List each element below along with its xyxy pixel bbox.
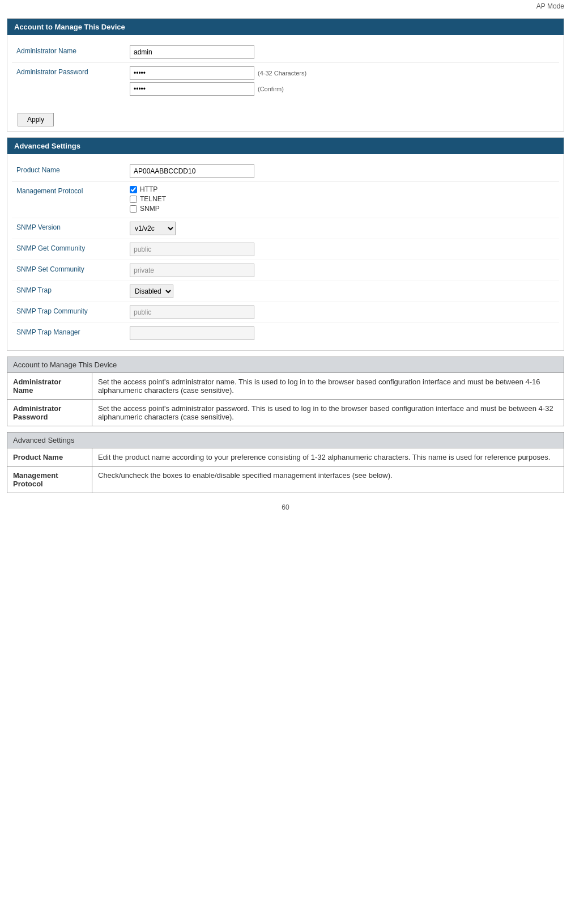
password-confirm-row: (Confirm) <box>130 82 555 96</box>
advanced-desc-table: Advanced Settings Product Name Edit the … <box>7 432 564 493</box>
page-number: 60 <box>282 503 289 511</box>
http-label: HTTP <box>140 185 157 193</box>
snmp-trap-label: SNMP Trap <box>16 285 130 294</box>
admin-password-desc-text: Set the access point's administrator pas… <box>92 400 564 426</box>
admin-name-row: Administrator Name <box>12 42 559 63</box>
apply-button[interactable]: Apply <box>18 113 54 126</box>
http-checkbox[interactable] <box>130 186 137 193</box>
admin-name-desc-row: AdministratorName Set the access point's… <box>7 373 564 400</box>
management-protocol-desc-field: ManagementProtocol <box>7 467 92 493</box>
product-name-input[interactable] <box>130 164 254 178</box>
snmp-trap-row: SNMP Trap Disabled Enabled <box>12 281 559 302</box>
product-name-desc-field: Product Name <box>7 448 92 467</box>
telnet-checkbox[interactable] <box>130 196 137 203</box>
advanced-section: Advanced Settings Product Name Managemen… <box>7 137 564 351</box>
snmp-get-community-row: SNMP Get Community <box>12 239 559 260</box>
admin-password-desc-field: AdministratorPassword <box>7 400 92 426</box>
snmp-version-label: SNMP Version <box>16 222 130 231</box>
snmp-get-community-label: SNMP Get Community <box>16 243 130 252</box>
admin-password-field: (4-32 Characters) (Confirm) <box>130 66 555 98</box>
snmp-trap-community-row: SNMP Trap Community <box>12 302 559 323</box>
admin-name-desc-field: AdministratorName <box>7 373 92 400</box>
snmp-trap-manager-label: SNMP Trap Manager <box>16 327 130 336</box>
account-desc-table: Account to Manage This Device Administra… <box>7 357 564 426</box>
snmp-label: SNMP <box>140 205 160 213</box>
snmp-trap-field: Disabled Enabled <box>130 285 555 298</box>
admin-password-desc-row: AdministratorPassword Set the access poi… <box>7 400 564 426</box>
snmp-trap-select[interactable]: Disabled Enabled <box>130 285 173 298</box>
admin-password-label: Administrator Password <box>16 66 130 76</box>
admin-password-row: Administrator Password (4-32 Characters)… <box>12 63 559 101</box>
snmp-trap-manager-row: SNMP Trap Manager <box>12 323 559 344</box>
snmp-trap-community-field <box>130 306 555 319</box>
password-confirm-hint: (Confirm) <box>258 86 284 92</box>
snmp-trap-community-label: SNMP Trap Community <box>16 306 130 315</box>
advanced-desc-header: Advanced Settings <box>7 433 564 448</box>
password-primary-row: (4-32 Characters) <box>130 66 555 80</box>
admin-name-label: Administrator Name <box>16 45 130 55</box>
product-name-desc-text: Edit the product name according to your … <box>92 448 564 467</box>
admin-name-input[interactable] <box>130 45 254 59</box>
snmp-set-community-row: SNMP Set Community <box>12 260 559 281</box>
page-footer: 60 <box>0 499 571 516</box>
snmp-version-row: SNMP Version v1/v2c v3 v1/v2c/v3 <box>12 218 559 239</box>
http-checkbox-row: HTTP <box>130 185 555 193</box>
snmp-trap-manager-input[interactable] <box>130 327 254 340</box>
snmp-set-community-field <box>130 264 555 277</box>
snmp-version-field: v1/v2c v3 v1/v2c/v3 <box>130 222 555 235</box>
admin-password-input[interactable] <box>130 66 254 80</box>
snmp-set-community-input[interactable] <box>130 264 254 277</box>
admin-name-field <box>130 45 555 59</box>
telnet-label: TELNET <box>140 195 166 203</box>
management-protocol-label: Management Protocol <box>16 185 130 195</box>
snmp-checkbox[interactable] <box>130 205 137 213</box>
product-name-desc-row: Product Name Edit the product name accor… <box>7 448 564 467</box>
account-desc-header: Account to Manage This Device <box>7 357 564 373</box>
advanced-desc-header-row: Advanced Settings <box>7 433 564 448</box>
account-section: Account to Manage This Device Administra… <box>7 18 564 132</box>
account-section-content: Administrator Name Administrator Passwor… <box>7 35 564 108</box>
snmp-checkbox-row: SNMP <box>130 205 555 213</box>
snmp-get-community-field <box>130 243 555 256</box>
product-name-label: Product Name <box>16 164 130 174</box>
management-protocol-desc-row: ManagementProtocol Check/uncheck the box… <box>7 467 564 493</box>
product-name-field <box>130 164 555 178</box>
admin-password-confirm-input[interactable] <box>130 82 254 96</box>
password-hint: (4-32 Characters) <box>258 70 306 77</box>
telnet-checkbox-row: TELNET <box>130 195 555 203</box>
snmp-set-community-label: SNMP Set Community <box>16 264 130 273</box>
product-name-row: Product Name <box>12 161 559 182</box>
advanced-section-content: Product Name Management Protocol HTTP TE… <box>7 154 564 350</box>
page-mode-header: AP Mode <box>0 0 571 12</box>
admin-name-desc-text: Set the access point's administrator nam… <box>92 373 564 400</box>
snmp-get-community-input[interactable] <box>130 243 254 256</box>
management-protocol-desc-text: Check/uncheck the boxes to enable/disabl… <box>92 467 564 493</box>
snmp-trap-manager-field <box>130 327 555 340</box>
ap-mode-label: AP Mode <box>536 2 564 10</box>
management-protocol-row: Management Protocol HTTP TELNET SNMP <box>12 182 559 218</box>
snmp-trap-community-input[interactable] <box>130 306 254 319</box>
account-section-title: Account to Manage This Device <box>7 19 564 35</box>
account-desc-header-row: Account to Manage This Device <box>7 357 564 373</box>
management-protocol-field: HTTP TELNET SNMP <box>130 185 555 214</box>
snmp-version-select[interactable]: v1/v2c v3 v1/v2c/v3 <box>130 222 176 235</box>
advanced-section-title: Advanced Settings <box>7 138 564 154</box>
